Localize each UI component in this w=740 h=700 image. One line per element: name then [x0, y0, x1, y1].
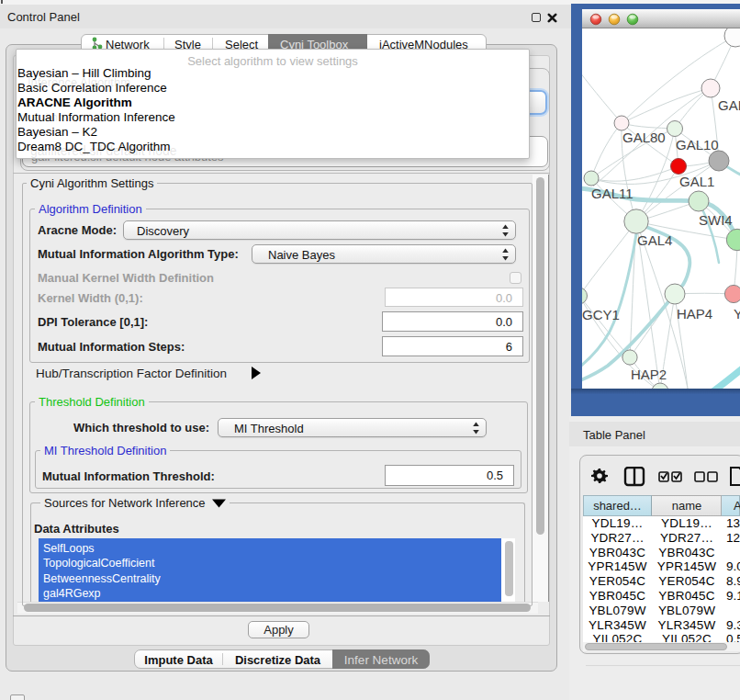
svg-text:GAL4: GAL4 [637, 232, 672, 248]
svg-text:SWI4: SWI4 [699, 212, 733, 228]
svg-text:GAL11: GAL11 [591, 186, 633, 201]
svg-text:GAL: GAL [718, 97, 740, 113]
svg-text:GAL1: GAL1 [679, 174, 714, 189]
svg-text:YD: YD [734, 306, 740, 322]
svg-text:GCY1: GCY1 [582, 307, 620, 322]
svg-text:GAL80: GAL80 [622, 130, 666, 145]
svg-text:GAL10: GAL10 [676, 137, 719, 152]
svg-text:HAP2: HAP2 [631, 367, 667, 382]
svg-text:HAP4: HAP4 [677, 306, 712, 322]
